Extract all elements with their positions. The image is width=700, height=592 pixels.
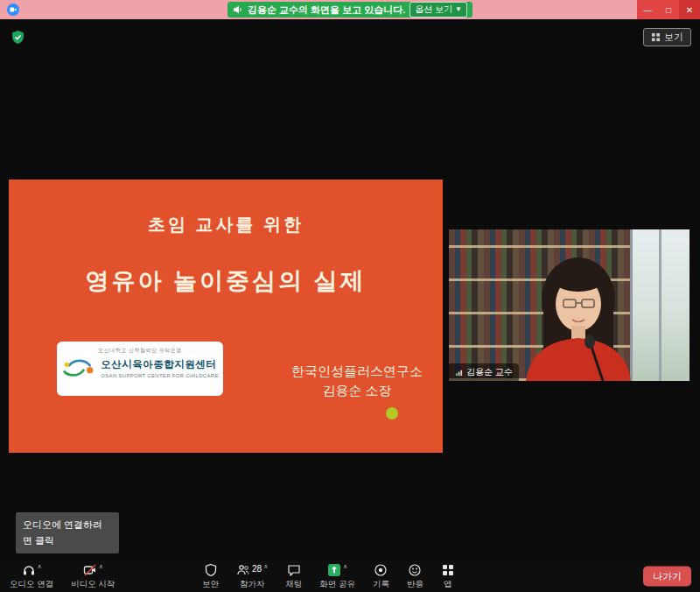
join-audio-button[interactable]: ∧ 오디오 연결 [4, 560, 60, 592]
record-icon [374, 563, 388, 577]
reactions-label: 반응 [407, 579, 424, 590]
participants-count-badge: 28 [252, 563, 262, 575]
apps-grid-icon [441, 563, 455, 577]
apps-button[interactable]: 앱 [435, 560, 461, 592]
title-bar: 김용순 교수의 화면을 보고 있습니다. 옵션 보기 ▼ — □ ✕ [0, 0, 700, 19]
security-label: 보안 [202, 579, 219, 590]
participant-name-label: 김용순 교수 [449, 363, 519, 381]
meeting-toolbar: ∧ 오디오 연결 ∧ 비디오 시작 보안 [0, 560, 700, 592]
screen-share-region: 보기 초임 교사를 위한 영유아 놀이중심의 실제 오산대학교 산학협력단 위탁… [0, 19, 700, 560]
video-off-icon [83, 563, 97, 577]
security-button[interactable]: 보안 [196, 560, 225, 592]
record-button[interactable]: 기록 [367, 560, 396, 592]
presenter-block: 한국인성플러스연구소 김용순 소장 [280, 362, 434, 400]
osan-center-logo-icon [61, 357, 96, 378]
start-video-button[interactable]: ∧ 비디오 시작 [65, 560, 121, 592]
maximize-button[interactable]: □ [658, 0, 679, 19]
share-options-chevron-icon[interactable]: ∧ [343, 563, 347, 570]
participants-button[interactable]: 28 ∧ 참가자 [230, 560, 274, 592]
participants-chevron-icon[interactable]: ∧ [263, 563, 268, 570]
reactions-button[interactable]: 반응 [401, 560, 430, 592]
record-label: 기록 [373, 579, 389, 590]
apps-label: 앱 [444, 579, 452, 590]
minimize-button[interactable]: — [637, 0, 658, 19]
zoom-meeting-window: 김용순 교수의 화면을 보고 있습니다. 옵션 보기 ▼ — □ ✕ 보기 초임… [0, 0, 700, 592]
participants-icon [236, 563, 250, 577]
chat-icon [287, 563, 301, 577]
security-shield-icon[interactable] [10, 30, 25, 45]
banner-text: 김용순 교수의 화면을 보고 있습니다. [248, 4, 405, 17]
video-options-chevron-icon[interactable]: ∧ [99, 563, 103, 570]
view-options-label: 옵션 보기 [415, 4, 452, 16]
organization-name: 한국인성플러스연구소 [280, 362, 434, 381]
participant-name: 김용순 교수 [466, 366, 513, 378]
start-video-label: 비디오 시작 [71, 579, 115, 590]
view-mode-label: 보기 [664, 31, 683, 44]
screen-viewing-banner: 김용순 교수의 화면을 보고 있습니다. 옵션 보기 ▼ [228, 2, 472, 18]
audio-connect-tooltip: 오디오에 연결하려면 클릭 [16, 512, 119, 553]
share-screen-button[interactable]: ∧ 화면 공유 [313, 560, 361, 592]
share-screen-label: 화면 공유 [319, 579, 355, 590]
view-options-button[interactable]: 옵션 보기 ▼ [410, 2, 467, 18]
speaker-icon [233, 4, 243, 15]
presenter-name: 김용순 소장 [280, 381, 434, 400]
chat-label: 채팅 [285, 579, 302, 590]
reactions-smiley-icon [408, 563, 422, 577]
zoom-app-icon [7, 4, 19, 16]
chevron-down-icon: ▼ [455, 6, 462, 13]
participant-video-tile[interactable]: 김용순 교수 [449, 229, 690, 381]
presentation-slide: 초임 교사를 위한 영유아 놀이중심의 실제 오산대학교 산학협력단 위탁운영 … [9, 180, 443, 453]
audio-options-chevron-icon[interactable]: ∧ [38, 563, 42, 570]
logo-name-english: OSAN SUPPORT CENTER FOR CHILDCARE [101, 373, 218, 378]
join-audio-label: 오디오 연결 [10, 579, 53, 590]
grid-view-icon [651, 32, 661, 42]
close-button[interactable]: ✕ [679, 0, 700, 19]
participants-label: 참가자 [240, 579, 265, 590]
center-logo-box: 오산대학교 산학협력단 위탁운영 오산시육아종합지원센터 OSAN SUPPOR… [57, 342, 223, 396]
camera-glyph-icon [10, 6, 17, 13]
view-mode-button[interactable]: 보기 [643, 28, 691, 46]
leave-meeting-button[interactable]: 나가기 [643, 567, 691, 587]
headset-icon [22, 563, 36, 577]
logo-name-korean: 오산시육아종합지원센터 [101, 358, 218, 371]
participant-portrait [449, 229, 690, 381]
slide-subtitle: 초임 교사를 위한 [9, 213, 443, 236]
shield-icon [204, 563, 218, 577]
audio-level-icon [455, 369, 463, 377]
logo-small-text: 오산대학교 산학협력단 위탁운영 [57, 347, 223, 355]
slide-accent-dot [386, 407, 398, 419]
slide-title: 영유아 놀이중심의 실제 [9, 265, 443, 297]
share-screen-icon [327, 563, 341, 577]
chat-button[interactable]: 채팅 [279, 560, 308, 592]
window-controls: — □ ✕ [637, 0, 700, 19]
